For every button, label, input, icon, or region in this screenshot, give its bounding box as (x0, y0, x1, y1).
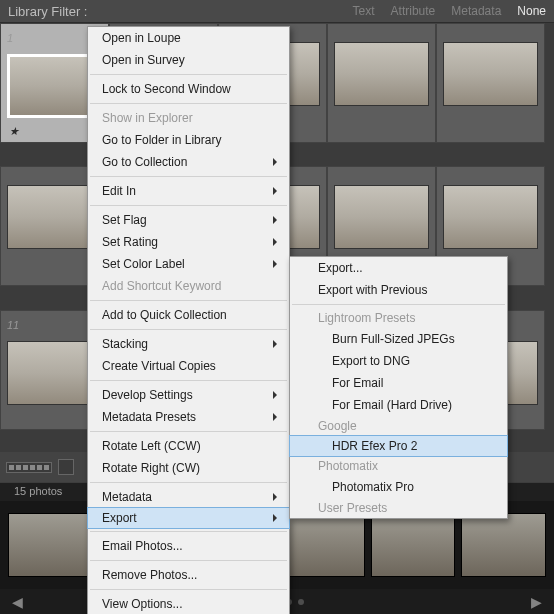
filmstrip-thumb[interactable] (280, 513, 365, 577)
menu-virtual-copies[interactable]: Create Virtual Copies (88, 355, 289, 377)
menu-open-survey[interactable]: Open in Survey (88, 49, 289, 71)
next-module-icon[interactable]: ▶ (531, 594, 542, 610)
thumbnail-image (334, 42, 429, 106)
context-menu[interactable]: Open in LoupeOpen in SurveyLock to Secon… (87, 26, 290, 614)
filter-attribute[interactable]: Attribute (391, 4, 436, 18)
menu-dev-settings[interactable]: Develop Settings (88, 384, 289, 406)
menu-rotate-right[interactable]: Rotate Right (CW) (88, 457, 289, 479)
filter-none[interactable]: None (517, 4, 546, 18)
filter-text[interactable]: Text (353, 4, 375, 18)
submenu-header: Photomatix (290, 456, 507, 476)
menu-edit-in[interactable]: Edit In (88, 180, 289, 202)
grid-cell[interactable] (327, 23, 436, 143)
submenu-header: User Presets (290, 498, 507, 518)
menu-go-folder[interactable]: Go to Folder in Library (88, 129, 289, 151)
menu-set-rating[interactable]: Set Rating (88, 231, 289, 253)
submenu-for-email[interactable]: For Email (290, 372, 507, 394)
menu-metadata[interactable]: Metadata (88, 486, 289, 508)
menu-remove-photos[interactable]: Remove Photos... (88, 564, 289, 586)
menu-email-photos[interactable]: Email Photos... (88, 535, 289, 557)
menu-add-shortcut: Add Shortcut Keyword (88, 275, 289, 297)
library-filter-label: Library Filter : (8, 4, 87, 19)
submenu-for-email-hd[interactable]: For Email (Hard Drive) (290, 394, 507, 416)
export-submenu[interactable]: Export...Export with PreviousLightroom P… (289, 256, 508, 519)
submenu-hdr-efex[interactable]: HDR Efex Pro 2 (289, 435, 508, 457)
menu-open-loupe[interactable]: Open in Loupe (88, 27, 289, 49)
photo-count-label: 15 photos (14, 485, 62, 497)
menu-lock-second[interactable]: Lock to Second Window (88, 78, 289, 100)
menu-view-options[interactable]: View Options... (88, 593, 289, 614)
menu-set-flag[interactable]: Set Flag (88, 209, 289, 231)
submenu-header: Google (290, 416, 507, 436)
menu-go-collection[interactable]: Go to Collection (88, 151, 289, 173)
thumbnail-image (443, 185, 538, 249)
submenu-photomatix[interactable]: Photomatix Pro (290, 476, 507, 498)
thumbnail-image (334, 185, 429, 249)
menu-meta-presets[interactable]: Metadata Presets (88, 406, 289, 428)
grid-view-icon[interactable] (6, 462, 52, 473)
star-icon: ★ (9, 125, 19, 138)
grid-cell[interactable] (436, 23, 545, 143)
menu-show-explorer: Show in Explorer (88, 107, 289, 129)
menu-export[interactable]: Export (87, 507, 290, 529)
filter-metadata[interactable]: Metadata (451, 4, 501, 18)
menu-set-color[interactable]: Set Color Label (88, 253, 289, 275)
filmstrip-thumb[interactable] (461, 513, 546, 577)
library-filter-bar: Library Filter : Text Attribute Metadata… (0, 0, 554, 23)
compare-view-icon[interactable] (58, 459, 74, 475)
menu-stacking[interactable]: Stacking (88, 333, 289, 355)
menu-quick-coll[interactable]: Add to Quick Collection (88, 304, 289, 326)
submenu-export-dng[interactable]: Export to DNG (290, 350, 507, 372)
filmstrip-thumb[interactable] (371, 513, 456, 577)
submenu-header: Lightroom Presets (290, 308, 507, 328)
submenu-export-prev[interactable]: Export with Previous (290, 279, 507, 301)
submenu-burn-jpg[interactable]: Burn Full-Sized JPEGs (290, 328, 507, 350)
menu-rotate-left[interactable]: Rotate Left (CCW) (88, 435, 289, 457)
submenu-export-dlg[interactable]: Export... (290, 257, 507, 279)
thumbnail-image (443, 42, 538, 106)
filmstrip-thumb[interactable] (8, 513, 93, 577)
prev-module-icon[interactable]: ◀ (12, 594, 23, 610)
